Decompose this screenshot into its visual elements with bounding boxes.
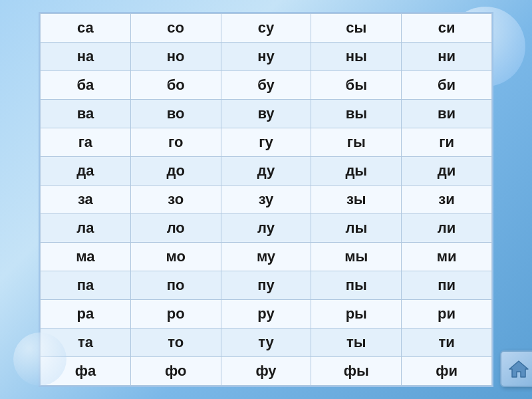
table-row: нанонуныни [41,43,492,71]
table-cell: ру [221,300,311,329]
table-cell: ту [221,329,311,357]
home-button[interactable] [500,350,532,387]
table-cell: ро [130,300,221,329]
table-cell: ры [311,300,402,329]
table-row: татотутыти [41,329,492,357]
table-cell: ра [41,300,131,329]
table-cell: ло [130,214,221,243]
table-cell: бы [311,71,402,100]
table-cell: су [221,14,311,43]
table-cell: да [41,157,131,186]
table-cell: фу [221,357,311,386]
table-cell: ма [41,243,131,271]
table-cell: ми [402,243,492,271]
table-cell: ла [41,214,131,243]
table-cell: зи [402,186,492,214]
table-cell: зы [311,186,402,214]
table-cell: ды [311,157,402,186]
table-cell: со [130,14,221,43]
table-cell: си [402,14,492,43]
table-cell: гу [221,128,311,157]
main-container: сасосусысинанонунынибабобубыбивавовувыви… [39,12,493,387]
table-cell: на [41,43,131,71]
table-cell: му [221,243,311,271]
table-cell: ди [402,157,492,186]
table-cell: го [130,128,221,157]
table-row: фафофуфыфи [41,357,492,386]
table-cell: по [130,271,221,300]
table-cell: са [41,14,131,43]
table-cell: мо [130,243,221,271]
table-row: сасосусыси [41,14,492,43]
table-row: папопупыпи [41,271,492,300]
table-row: лалолулыли [41,214,492,243]
table-cell: то [130,329,221,357]
table-row: дадодудыди [41,157,492,186]
table-cell: за [41,186,131,214]
table-cell: лы [311,214,402,243]
table-cell: фи [402,357,492,386]
table-cell: фа [41,357,131,386]
table-row: мамомумыми [41,243,492,271]
table-cell: вы [311,100,402,128]
table-cell: ба [41,71,131,100]
table-cell: ти [402,329,492,357]
table-cell: би [402,71,492,100]
table-cell: ри [402,300,492,329]
table-cell: мы [311,243,402,271]
table-row: вавовувыви [41,100,492,128]
table-row: зазозузызи [41,186,492,214]
syllable-table-wrapper: сасосусысинанонунынибабобубыбивавовувыви… [39,12,493,387]
table-cell: фы [311,357,402,386]
table-cell: та [41,329,131,357]
table-cell: зо [130,186,221,214]
table-cell: ни [402,43,492,71]
table-cell: ва [41,100,131,128]
table-cell: зу [221,186,311,214]
table-cell: ви [402,100,492,128]
svg-marker-0 [509,361,528,377]
table-cell: во [130,100,221,128]
table-cell: га [41,128,131,157]
table-cell: фо [130,357,221,386]
table-cell: ли [402,214,492,243]
table-cell: сы [311,14,402,43]
table-row: рарорурыри [41,300,492,329]
table-cell: пи [402,271,492,300]
table-cell: па [41,271,131,300]
table-cell: но [130,43,221,71]
syllable-table: сасосусысинанонунынибабобубыбивавовувыви… [40,13,492,386]
table-cell: ны [311,43,402,71]
table-cell: до [130,157,221,186]
table-cell: гы [311,128,402,157]
table-cell: ги [402,128,492,157]
table-cell: пы [311,271,402,300]
table-row: гагогугыги [41,128,492,157]
table-cell: ву [221,100,311,128]
table-row: бабобубыби [41,71,492,100]
table-cell: лу [221,214,311,243]
table-cell: ну [221,43,311,71]
table-cell: ты [311,329,402,357]
home-icon [508,358,529,380]
table-cell: ду [221,157,311,186]
table-cell: бо [130,71,221,100]
table-cell: пу [221,271,311,300]
table-cell: бу [221,71,311,100]
